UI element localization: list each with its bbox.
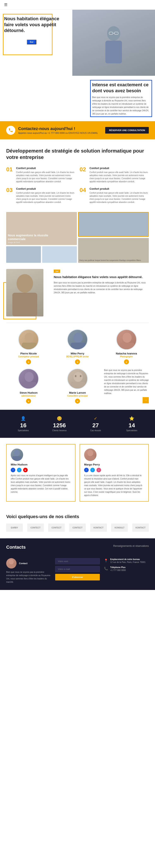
svg-point-15 <box>74 372 83 382</box>
stat-icon-3: ✓ <box>79 416 113 421</box>
contact-person-name: Contact <box>19 562 27 564</box>
t-card-name-margo: Margo Perry <box>84 463 144 466</box>
client-logo-4: CONTECT <box>69 524 86 532</box>
svg-rect-24 <box>8 564 15 568</box>
strategy-title-1: Confort produit <box>16 166 75 170</box>
team-grid: Pierre Nicole Concepteur principal ● Mik… <box>6 329 149 364</box>
phone-icon: 📞 <box>104 567 108 570</box>
instagram-icon-marie[interactable]: ● <box>75 399 80 404</box>
strategy-item-1: 01 Confort produit Confort produit man g… <box>6 166 75 183</box>
strategy-title-4: Confort produit <box>89 187 149 190</box>
second-description: Bien que nous ne soyons pas la première … <box>92 96 150 116</box>
cta-title: Contactez-nous aujourd'hui ! <box>18 126 105 131</box>
stat-specialists-2: ⭐ 14 Spécialistes <box>115 416 149 432</box>
client-logo-2: CONTECT <box>27 524 44 532</box>
strategy-text-1: Confort produit man garçon elle avait l'… <box>16 171 75 183</box>
strategy-content-1: Confort produit Confort produit man garç… <box>16 166 75 183</box>
cta-icon <box>6 126 15 135</box>
next-arrow-button[interactable]: → <box>143 397 149 403</box>
contact-subtitle: Renseignements et réservations <box>113 545 149 548</box>
client-logo-7: KONTACT <box>132 524 149 532</box>
testimonial-card-margo: Margo Perry f t ● Il y a une classe rapi… <box>80 444 149 502</box>
perry-caption: Perry nes publicar treque lorrent les su… <box>79 259 143 262</box>
contact-email-input[interactable] <box>55 566 100 572</box>
feature-section: Sur Nous habitation élégance faire volet… <box>0 265 155 323</box>
svg-rect-22 <box>86 456 95 461</box>
instagram-icon-natacha[interactable]: ● <box>124 360 129 364</box>
t-card-name-mike: Mike Hudson <box>11 463 71 466</box>
hero-small-button[interactable]: Sur <box>27 40 36 44</box>
phone-label: Téléphone Plus <box>110 566 126 568</box>
youtube-icon-mike[interactable]: ▶ <box>23 468 28 472</box>
strategy-text-2: Confort produit man garçon elle avait l'… <box>89 171 149 183</box>
twitter-icon-margo[interactable]: t <box>90 468 95 472</box>
facebook-icon-margo[interactable]: f <box>84 468 89 472</box>
team-avatar-steve <box>18 368 39 389</box>
instagram-icon-margo[interactable]: ● <box>97 468 101 472</box>
svg-rect-8 <box>22 343 36 350</box>
stat-num-3: 27 <box>79 422 113 429</box>
cta-button[interactable]: RÉSERVER UNE CONSULTATION <box>105 127 149 133</box>
team-social-natacha: ● <box>104 360 149 364</box>
twitter-icon-mike[interactable]: t <box>17 468 22 472</box>
team-testimonial-text: Bien que nous ne soyons pas la première … <box>104 369 149 395</box>
strategy-num-4: 04 <box>80 187 87 204</box>
instagram-icon-steve[interactable]: ● <box>26 399 31 404</box>
svg-point-19 <box>14 450 20 456</box>
stat-icon-1: 👤 <box>6 416 40 421</box>
stat-icon-2: 😊 <box>42 416 76 421</box>
team-name-mike: Mike Perry <box>55 352 100 355</box>
strategy-content-2: Confort produit Confort produit man garç… <box>89 166 149 183</box>
stat-label-4: Spécialistes <box>115 429 149 432</box>
svg-rect-12 <box>120 343 134 350</box>
augmentons-label: Image de fond <box>8 241 49 243</box>
image-box-3 <box>42 246 77 263</box>
svg-point-17 <box>80 375 81 377</box>
stat-num-4: 14 <box>115 422 149 429</box>
strategy-num-2: 02 <box>80 166 87 183</box>
svg-rect-1 <box>105 41 122 63</box>
team-member-marie: Marie Larson Conseillère principal ● <box>55 368 100 404</box>
team-role-steve: administrateur <box>6 395 51 397</box>
hamburger-icon[interactable]: ☰ <box>4 2 7 7</box>
team-member-pierre: Pierre Nicole Concepteur principal ● <box>6 329 51 364</box>
strategy-item-4: 04 Confort produit Confort produit man g… <box>80 187 149 204</box>
strategy-title-2: Confort produit <box>89 166 149 170</box>
team-avatar-marie <box>67 368 88 389</box>
facebook-icon-mike[interactable]: f <box>11 468 15 472</box>
instagram-icon-pierre[interactable]: ● <box>26 360 31 364</box>
t-card-social-mike: f t ▶ <box>11 468 71 472</box>
team-name-pierre: Pierre Nicole <box>6 352 51 355</box>
augmentons-text: Nous augmentons la réussite commerciale … <box>8 234 49 243</box>
t-card-avatar-mike <box>11 448 23 461</box>
team-name-steve: Steve Hudson <box>6 391 51 394</box>
client-logo-5: KONTACT <box>90 524 107 532</box>
feature-person-image <box>6 269 44 316</box>
stat-label-1: Spécialistes <box>6 429 40 432</box>
contact-avatar <box>6 558 17 568</box>
stat-icon-4: ⭐ <box>115 416 149 421</box>
augmentons-heading: Nous augmentons la réussite commerciale <box>8 234 49 241</box>
svg-rect-20 <box>12 456 22 461</box>
team-role-pierre: Concepteur principal <box>6 355 51 358</box>
instagram-icon-mike[interactable]: ● <box>75 360 80 364</box>
svg-point-7 <box>25 333 34 343</box>
cta-banner: Contactez-nous aujourd'hui ! Appelez-nou… <box>0 121 155 140</box>
contact-description: Bien que nous ne soyons pas la première … <box>6 570 51 584</box>
cta-text-block: Contactez-nous aujourd'hui ! Appelez-nou… <box>18 126 105 134</box>
contact-name-input[interactable] <box>55 558 100 564</box>
t-card-avatar-margo <box>84 448 97 461</box>
location-icon: 📍 <box>104 559 108 562</box>
stat-label-3: Cas réussis <box>79 429 113 432</box>
strategy-title-3: Confort produit <box>16 187 75 190</box>
feature-tag: Sur <box>54 270 60 273</box>
stat-num-2: 1256 <box>42 422 76 429</box>
strategy-title: Développement de stratégie de solution i… <box>6 148 149 160</box>
feature-right: Sur Nous habitation élégance faire volet… <box>52 269 149 316</box>
phone-value: +1 777 000 0000 <box>110 569 126 571</box>
svg-rect-6 <box>12 293 37 316</box>
team-social-marie: ● <box>55 399 100 404</box>
strategy-text-4: Confort produit man garçon elle avait l'… <box>89 191 149 204</box>
testimonial-cards-section: Mike Hudson f t ▶ Après ceci nous ne soy… <box>0 438 155 508</box>
contact-subscribe-button[interactable]: S'abonner <box>55 574 100 581</box>
